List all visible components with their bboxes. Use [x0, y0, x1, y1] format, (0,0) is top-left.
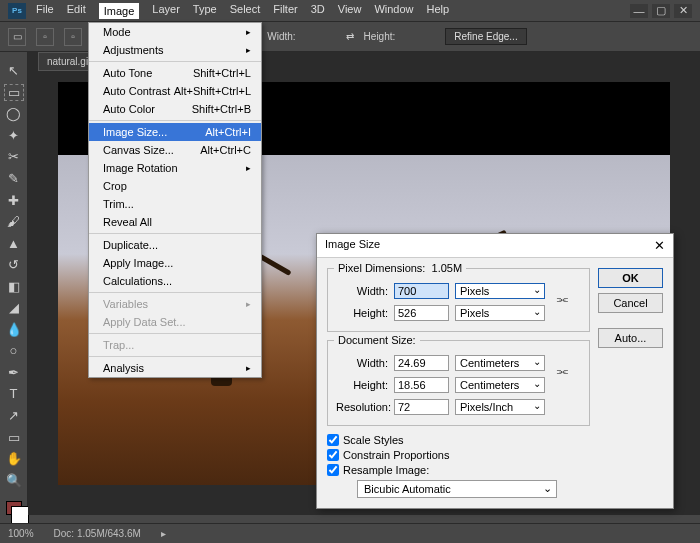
- heal-tool[interactable]: ✚: [4, 191, 24, 209]
- menu-item-duplicate[interactable]: Duplicate...: [89, 236, 261, 254]
- resample-checkbox[interactable]: [327, 464, 339, 476]
- brush-tool[interactable]: 🖌: [4, 213, 24, 231]
- menu-file[interactable]: File: [36, 3, 54, 19]
- marquee-tool-preset-icon[interactable]: ▭: [8, 28, 26, 46]
- menu-view[interactable]: View: [338, 3, 362, 19]
- menu-item-auto-color[interactable]: Auto ColorShift+Ctrl+B: [89, 100, 261, 118]
- menu-item-trap: Trap...: [89, 336, 261, 354]
- doc-info: Doc: 1.05M/643.6M: [54, 528, 141, 539]
- menu-window[interactable]: Window: [374, 3, 413, 19]
- stamp-tool[interactable]: ▲: [4, 234, 24, 252]
- resample-label: Resample Image:: [343, 464, 429, 476]
- pixel-dimensions-group: Pixel Dimensions: 1.05M Width: Pixels ⫘ …: [327, 268, 590, 332]
- ds-height-input[interactable]: [394, 377, 449, 393]
- menu-item-crop[interactable]: Crop: [89, 177, 261, 195]
- dodge-tool[interactable]: ○: [4, 342, 24, 360]
- ds-res-unit[interactable]: Pixels/Inch: [455, 399, 545, 415]
- menu-help[interactable]: Help: [427, 3, 450, 19]
- pd-width-unit[interactable]: Pixels: [455, 283, 545, 299]
- menu-item-auto-contrast[interactable]: Auto ContrastAlt+Shift+Ctrl+L: [89, 82, 261, 100]
- menu-item-apply-data-set: Apply Data Set...: [89, 313, 261, 331]
- eyedropper-tool[interactable]: ✎: [4, 170, 24, 188]
- swap-icon[interactable]: ⇄: [346, 31, 354, 42]
- selection-new-icon[interactable]: ▫: [36, 28, 54, 46]
- menu-item-trim[interactable]: Trim...: [89, 195, 261, 213]
- ds-res-input[interactable]: [394, 399, 449, 415]
- menu-item-analysis[interactable]: Analysis: [89, 359, 261, 377]
- window-controls: — ▢ ✕: [630, 4, 692, 18]
- menu-item-image-rotation[interactable]: Image Rotation: [89, 159, 261, 177]
- menu-3d[interactable]: 3D: [311, 3, 325, 19]
- scale-styles-checkbox[interactable]: [327, 434, 339, 446]
- menu-type[interactable]: Type: [193, 3, 217, 19]
- menu-item-apply-image[interactable]: Apply Image...: [89, 254, 261, 272]
- constrain-checkbox[interactable]: [327, 449, 339, 461]
- doc-info-dropdown-icon[interactable]: ▸: [161, 528, 166, 539]
- pd-width-input[interactable]: [394, 283, 449, 299]
- ds-width-unit[interactable]: Centimeters: [455, 355, 545, 371]
- crop-tool[interactable]: ✂: [4, 148, 24, 166]
- dialog-close-icon[interactable]: ✕: [654, 238, 665, 253]
- blur-tool[interactable]: 💧: [4, 321, 24, 339]
- marquee-tool[interactable]: ▭: [4, 84, 24, 102]
- auto-button[interactable]: Auto...: [598, 328, 663, 348]
- pen-tool[interactable]: ✒: [4, 364, 24, 382]
- resample-method-select[interactable]: Bicubic Automatic: [357, 480, 557, 498]
- color-swatch[interactable]: [6, 501, 22, 515]
- link-icon[interactable]: ⫘: [555, 364, 568, 379]
- image-menu-dropdown: ModeAdjustmentsAuto ToneShift+Ctrl+LAuto…: [88, 22, 262, 378]
- ds-width-label: Width:: [336, 357, 388, 369]
- menu-item-reveal-all[interactable]: Reveal All: [89, 213, 261, 231]
- document-size-group: Document Size: Width: Centimeters ⫘ Heig…: [327, 340, 590, 426]
- close-button[interactable]: ✕: [674, 4, 692, 18]
- type-tool[interactable]: T: [4, 385, 24, 403]
- menu-item-variables: Variables: [89, 295, 261, 313]
- pixel-dim-size: 1.05M: [432, 262, 463, 274]
- dialog-title: Image Size: [325, 238, 380, 253]
- dialog-titlebar: Image Size ✕: [317, 234, 673, 258]
- menu-select[interactable]: Select: [230, 3, 261, 19]
- link-icon[interactable]: ⫘: [555, 292, 568, 307]
- eraser-tool[interactable]: ◧: [4, 277, 24, 295]
- lasso-tool[interactable]: ◯: [4, 105, 24, 123]
- menu-image[interactable]: Image: [99, 3, 140, 19]
- cancel-button[interactable]: Cancel: [598, 293, 663, 313]
- menu-item-adjustments[interactable]: Adjustments: [89, 41, 261, 59]
- pixel-dim-legend: Pixel Dimensions:: [338, 262, 425, 274]
- refine-edge-button[interactable]: Refine Edge...: [445, 28, 526, 45]
- menu-item-image-size[interactable]: Image Size...Alt+Ctrl+I: [89, 123, 261, 141]
- wand-tool[interactable]: ✦: [4, 127, 24, 145]
- path-tool[interactable]: ↗: [4, 407, 24, 425]
- ds-res-label: Resolution:: [336, 401, 388, 413]
- pd-height-unit[interactable]: Pixels: [455, 305, 545, 321]
- status-bar: 100% Doc: 1.05M/643.6M ▸: [0, 523, 700, 543]
- menu-item-auto-tone[interactable]: Auto ToneShift+Ctrl+L: [89, 64, 261, 82]
- pd-height-input[interactable]: [394, 305, 449, 321]
- width-label: Width:: [267, 31, 295, 42]
- ds-height-unit[interactable]: Centimeters: [455, 377, 545, 393]
- menu-layer[interactable]: Layer: [152, 3, 180, 19]
- ds-width-input[interactable]: [394, 355, 449, 371]
- image-size-dialog: Image Size ✕ Pixel Dimensions: 1.05M Wid…: [316, 233, 674, 509]
- minimize-button[interactable]: —: [630, 4, 648, 18]
- zoom-level[interactable]: 100%: [8, 528, 34, 539]
- menu-edit[interactable]: Edit: [67, 3, 86, 19]
- scale-styles-label: Scale Styles: [343, 434, 404, 446]
- ok-button[interactable]: OK: [598, 268, 663, 288]
- selection-add-icon[interactable]: ▫: [64, 28, 82, 46]
- menu-filter[interactable]: Filter: [273, 3, 297, 19]
- menu-bar: File Edit Image Layer Type Select Filter…: [36, 3, 449, 19]
- hand-tool[interactable]: ✋: [4, 450, 24, 468]
- menu-item-calculations[interactable]: Calculations...: [89, 272, 261, 290]
- maximize-button[interactable]: ▢: [652, 4, 670, 18]
- history-brush-tool[interactable]: ↺: [4, 256, 24, 274]
- menu-item-canvas-size[interactable]: Canvas Size...Alt+Ctrl+C: [89, 141, 261, 159]
- doc-size-legend: Document Size:: [334, 334, 420, 346]
- zoom-tool[interactable]: 🔍: [4, 471, 24, 489]
- gradient-tool[interactable]: ◢: [4, 299, 24, 317]
- constrain-label: Constrain Proportions: [343, 449, 449, 461]
- menu-item-mode[interactable]: Mode: [89, 23, 261, 41]
- pd-width-label: Width:: [336, 285, 388, 297]
- move-tool[interactable]: ↖: [4, 62, 24, 80]
- shape-tool[interactable]: ▭: [4, 428, 24, 446]
